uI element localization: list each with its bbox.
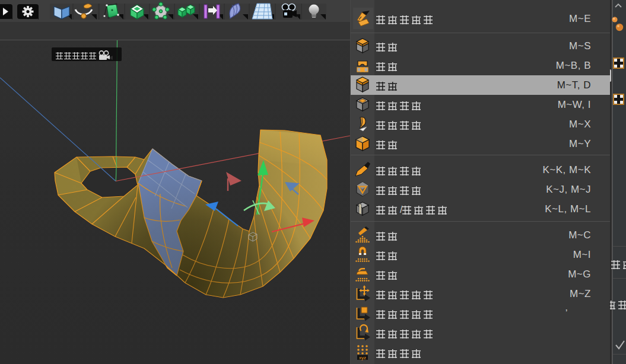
svg-text:xyz: xyz bbox=[359, 355, 366, 360]
